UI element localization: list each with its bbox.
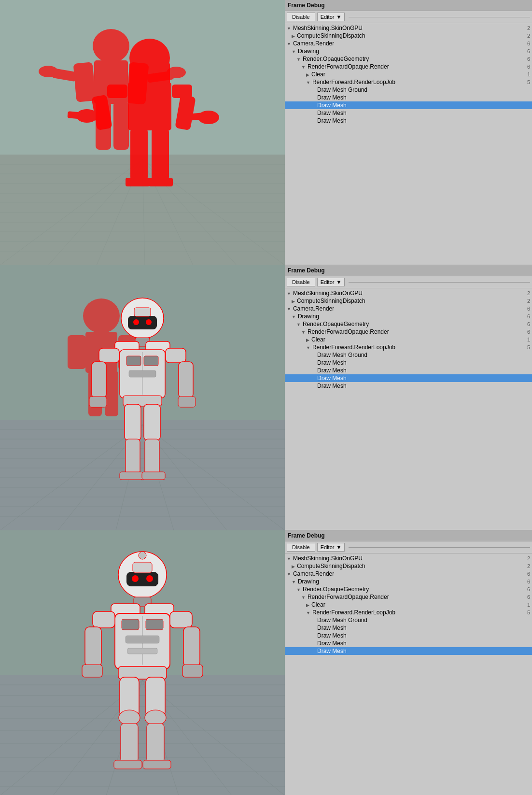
tree-row[interactable]: Render.OpaqueGeometry 6: [285, 320, 532, 328]
toolbar-separator-2: [349, 282, 530, 283]
tree-row[interactable]: RenderForward.RenderLoopJob 5: [285, 609, 532, 616]
tree-row[interactable]: Clear 1: [285, 601, 532, 609]
tree-row[interactable]: Draw Mesh: [285, 382, 532, 390]
arrow-right-icon: [306, 601, 310, 608]
svg-rect-126: [127, 648, 157, 654]
arrow-right-icon: [292, 298, 296, 304]
tree-row[interactable]: Camera.Render 6: [285, 570, 532, 578]
arrow-right-icon: [306, 71, 310, 78]
svg-point-115: [146, 575, 153, 582]
arrow-down-icon: [287, 40, 292, 47]
tree-row[interactable]: MeshSkinning.SkinOnGPU 2: [285, 24, 532, 32]
tree-row[interactable]: Draw Mesh: [285, 632, 532, 639]
arrow-down-icon: [306, 344, 311, 351]
tree-row[interactable]: Draw Mesh Ground: [285, 86, 532, 94]
tree-row[interactable]: Draw Mesh: [285, 624, 532, 632]
svg-rect-137: [114, 760, 142, 769]
tree-row[interactable]: Camera.Render 6: [285, 305, 532, 312]
arrow-down-icon: [292, 578, 297, 585]
svg-rect-84: [89, 397, 107, 407]
panel-2: Frame Debug Disable Editor ▼ MeshSkinnin…: [0, 265, 532, 530]
editor-dropdown-2[interactable]: Editor ▼: [317, 278, 345, 286]
tree-row[interactable]: Drawing 6: [285, 578, 532, 585]
arrow-down-icon: [287, 570, 292, 577]
svg-point-114: [132, 575, 139, 582]
viewport-1: [0, 0, 285, 265]
svg-rect-92: [144, 404, 160, 440]
arrow-down-icon: [287, 290, 292, 297]
tree-row-selected[interactable]: Draw Mesh: [285, 647, 532, 655]
editor-dropdown-1[interactable]: Editor ▼: [317, 13, 345, 21]
svg-rect-70: [128, 316, 157, 329]
tree-row[interactable]: MeshSkinning.SkinOnGPU 2: [285, 554, 532, 562]
tree-row-selected[interactable]: Draw Mesh: [285, 101, 532, 109]
svg-rect-32: [128, 82, 171, 130]
panel-3: Frame Debug Disable Editor ▼ MeshSkinnin…: [0, 530, 532, 795]
tree-row[interactable]: Draw Mesh: [285, 94, 532, 101]
svg-point-135: [119, 710, 140, 725]
chevron-down-icon-3: ▼: [336, 544, 341, 550]
arrow-down-icon: [292, 48, 297, 55]
disable-button-2[interactable]: Disable: [287, 278, 315, 286]
svg-rect-140: [147, 724, 164, 762]
svg-rect-131: [183, 627, 200, 667]
svg-rect-24: [113, 101, 129, 150]
disable-button-1[interactable]: Disable: [287, 13, 315, 21]
svg-rect-94: [142, 472, 165, 480]
svg-rect-37: [130, 128, 148, 181]
svg-rect-65: [68, 335, 86, 369]
arrow-down-icon: [306, 609, 311, 616]
tree-row[interactable]: RenderForwardOpaque.Render 6: [285, 63, 532, 71]
svg-rect-38: [152, 128, 169, 181]
svg-rect-125: [126, 636, 159, 643]
tree-row[interactable]: RenderForwardOpaque.Render 6: [285, 328, 532, 336]
arrow-down-icon: [301, 328, 307, 335]
tree-row-selected[interactable]: Draw Mesh: [285, 374, 532, 382]
frame-debug-3: Frame Debug Disable Editor ▼ MeshSkinnin…: [285, 530, 532, 795]
frame-debug-2: Frame Debug Disable Editor ▼ MeshSkinnin…: [285, 265, 532, 530]
frame-debug-title-2: Frame Debug: [285, 265, 532, 276]
tree-row[interactable]: RenderForward.RenderLoopJob 5: [285, 78, 532, 86]
chevron-down-icon-2: ▼: [336, 279, 341, 285]
svg-rect-40: [149, 178, 173, 186]
tree-row[interactable]: ComputeSkinningDispatch 2: [285, 562, 532, 570]
frame-debug-title-1: Frame Debug: [285, 0, 532, 11]
svg-rect-80: [144, 356, 158, 366]
tree-row[interactable]: Draw Mesh: [285, 639, 532, 647]
tree-row[interactable]: MeshSkinning.SkinOnGPU 2: [285, 289, 532, 297]
tree-row[interactable]: Camera.Render 6: [285, 40, 532, 47]
svg-rect-73: [134, 308, 151, 316]
arrow-down-icon: [296, 56, 302, 62]
fd-tree-3: MeshSkinning.SkinOnGPU 2 ComputeSkinning…: [285, 554, 532, 795]
tree-row[interactable]: RenderForwardOpaque.Render 6: [285, 593, 532, 601]
tree-row[interactable]: Draw Mesh: [285, 367, 532, 374]
tree-row[interactable]: ComputeSkinningDispatch 2: [285, 297, 532, 305]
tree-row[interactable]: Draw Mesh: [285, 117, 532, 125]
arrow-right-icon: [292, 563, 296, 569]
svg-rect-93: [145, 439, 159, 474]
svg-rect-128: [85, 627, 101, 667]
tree-row[interactable]: Drawing 6: [285, 312, 532, 320]
svg-rect-91: [120, 472, 143, 480]
tree-row[interactable]: Draw Mesh Ground: [285, 616, 532, 624]
disable-button-3[interactable]: Disable: [287, 543, 315, 552]
svg-rect-68: [105, 370, 118, 416]
panel-1: Frame Debug Disable Editor ▼ MeshSkinnin…: [0, 0, 532, 265]
arrow-down-icon: [287, 555, 292, 562]
editor-dropdown-3[interactable]: Editor ▼: [317, 543, 345, 552]
arrow-right-icon: [306, 336, 310, 343]
svg-point-71: [133, 319, 139, 325]
tree-row[interactable]: Render.OpaqueGeometry 6: [285, 585, 532, 593]
tree-row[interactable]: Draw Mesh: [285, 109, 532, 117]
tree-row[interactable]: RenderForward.RenderLoopJob 5: [285, 343, 532, 351]
svg-rect-87: [178, 397, 196, 407]
tree-row[interactable]: Draw Mesh: [285, 359, 532, 367]
tree-row[interactable]: Render.OpaqueGeometry 6: [285, 55, 532, 63]
tree-row[interactable]: Clear 1: [285, 71, 532, 78]
toolbar-separator-1: [349, 17, 530, 17]
tree-row[interactable]: Draw Mesh Ground: [285, 351, 532, 359]
tree-row[interactable]: Drawing 6: [285, 47, 532, 55]
tree-row[interactable]: Clear 1: [285, 336, 532, 343]
tree-row[interactable]: ComputeSkinningDispatch 2: [285, 32, 532, 40]
frame-debug-1: Frame Debug Disable Editor ▼ MeshSkinnin…: [285, 0, 532, 265]
